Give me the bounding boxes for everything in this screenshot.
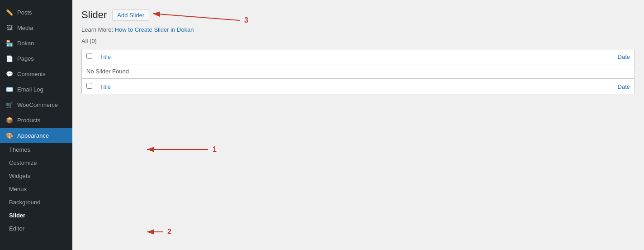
sidebar-sub-slider-label: Slider <box>9 212 25 219</box>
pages-icon: 📄 <box>5 54 14 62</box>
media-icon: 🖼 <box>5 24 14 32</box>
sidebar-item-email-log-label: Email Log <box>17 86 43 93</box>
posts-icon: ✏️ <box>5 8 14 16</box>
table-empty-row: No Slider Found <box>82 64 635 79</box>
sidebar-sub-item-background[interactable]: Background <box>0 196 72 209</box>
sidebar-item-media-label: Media <box>17 24 33 31</box>
table-footer: Title Date <box>82 79 635 94</box>
sidebar-item-woocommerce-label: WooCommerce <box>17 101 58 108</box>
sidebar-sub-item-customize[interactable]: Customize <box>0 156 72 169</box>
comments-icon: 💬 <box>5 70 14 78</box>
filter-bar: All (0) <box>81 38 635 44</box>
filter-all[interactable]: All (0) <box>81 38 97 44</box>
main-content: Slider Add Slider Learn More: How to Cre… <box>72 0 644 250</box>
sidebar-item-posts-label: Posts <box>17 9 32 16</box>
header-date[interactable]: Date <box>576 53 630 60</box>
select-all-checkbox[interactable] <box>86 53 92 59</box>
sidebar-item-posts[interactable]: ✏️ Posts <box>0 5 72 20</box>
sidebar-item-media[interactable]: 🖼 Media <box>0 20 72 35</box>
select-all-footer-checkbox[interactable] <box>86 83 92 89</box>
sidebar-sub-item-themes[interactable]: Themes <box>0 143 72 156</box>
dokan-icon: 🏪 <box>5 39 14 47</box>
woocommerce-icon: 🛒 <box>5 101 14 109</box>
table-header: Title Date <box>82 49 635 64</box>
sidebar-sub-item-menus[interactable]: Menus <box>0 183 72 196</box>
sidebar-item-dokan-label: Dokan <box>17 40 34 47</box>
sidebar-sub-menus-label: Menus <box>9 186 27 192</box>
sidebar-item-email-log[interactable]: ✉️ Email Log <box>0 82 72 97</box>
sidebar-sub-editor-label: Editor <box>9 225 24 232</box>
appearance-icon: 🎨 <box>5 131 14 139</box>
sidebar-sub-background-label: Background <box>9 199 40 206</box>
sidebar-item-pages[interactable]: 📄 Pages <box>0 51 72 66</box>
sidebar-item-products[interactable]: 📦 Products <box>0 112 72 128</box>
sidebar-item-products-label: Products <box>17 117 40 124</box>
header-checkbox-cell <box>86 53 100 60</box>
slider-table: Title Date No Slider Found Title Date <box>81 49 635 94</box>
sidebar-sub-themes-label: Themes <box>9 146 30 153</box>
sidebar-item-appearance[interactable]: 🎨 Appearance <box>0 128 72 143</box>
footer-date[interactable]: Date <box>576 83 630 90</box>
sidebar-item-comments[interactable]: 💬 Comments <box>0 66 72 82</box>
learn-more: Learn More: How to Create Slider in Doka… <box>81 26 635 33</box>
sidebar-sub-customize-label: Customize <box>9 159 37 166</box>
sidebar-sub-item-slider[interactable]: Slider <box>0 209 72 222</box>
footer-checkbox-cell <box>86 83 100 90</box>
learn-more-prefix: Learn More: <box>81 26 113 33</box>
page-title: Slider <box>81 9 107 21</box>
sidebar-sub-item-editor[interactable]: Editor <box>0 222 72 235</box>
header-title[interactable]: Title <box>100 53 576 60</box>
sidebar-sub-widgets-label: Widgets <box>9 173 30 179</box>
sidebar-item-appearance-label: Appearance <box>17 132 49 139</box>
add-slider-button[interactable]: Add Slider <box>112 10 149 21</box>
sidebar-item-woocommerce[interactable]: 🛒 WooCommerce <box>0 97 72 112</box>
email-log-icon: ✉️ <box>5 85 14 93</box>
learn-more-link[interactable]: How to Create Slider in Dokan <box>115 26 194 33</box>
content-wrapper: Slider Add Slider Learn More: How to Cre… <box>72 0 644 250</box>
no-slider-message: No Slider Found <box>86 68 630 75</box>
products-icon: 📦 <box>5 116 14 124</box>
sidebar-item-dokan[interactable]: 🏪 Dokan <box>0 35 72 51</box>
sidebar-sub-item-widgets[interactable]: Widgets <box>0 169 72 183</box>
sidebar-item-pages-label: Pages <box>17 55 34 62</box>
page-header: Slider Add Slider <box>81 9 635 21</box>
footer-title[interactable]: Title <box>100 83 576 90</box>
sidebar-item-comments-label: Comments <box>17 71 46 77</box>
sidebar: ✏️ Posts 🖼 Media 🏪 Dokan 📄 Pages 💬 Comme… <box>0 0 72 250</box>
